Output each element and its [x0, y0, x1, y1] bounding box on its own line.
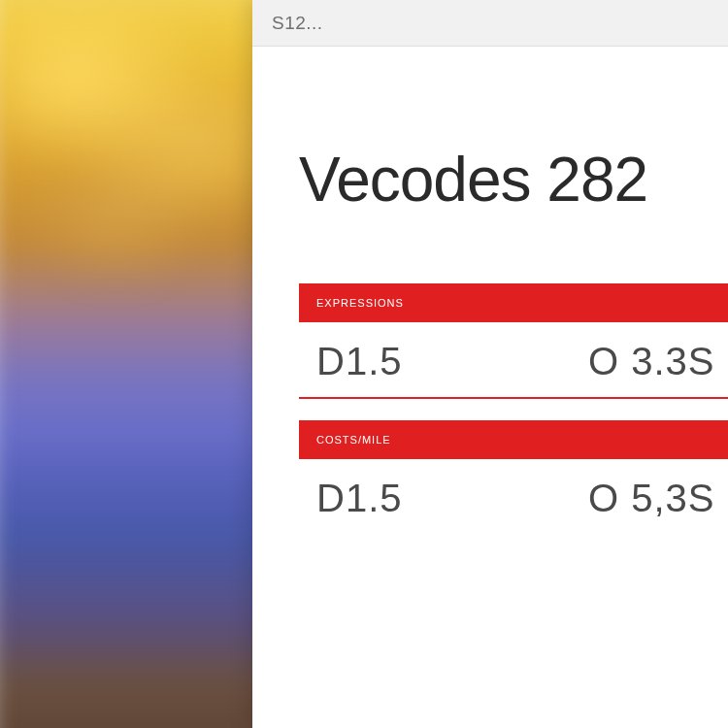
data-row-2[interactable]: D1.5 O 5,3S	[299, 459, 728, 534]
page-title: Vecodes 282	[299, 144, 728, 215]
section-header-2: COSTS/MILE	[299, 420, 728, 459]
section-header-2-label: COSTS/MILE	[316, 434, 391, 446]
section-header-1: EXPRESSIONS	[299, 283, 728, 322]
data-row-1-right: O 3.3S	[588, 340, 715, 383]
data-row-1-left: D1.5	[316, 340, 588, 383]
spacer	[299, 399, 728, 420]
data-row-1[interactable]: D1.5 O 3.3S	[299, 322, 728, 399]
data-row-2-left: D1.5	[316, 477, 588, 520]
app-window: S12... Vecodes 282 EXPRESSIONS D1.5 O 3.…	[252, 0, 728, 728]
window-title-bar[interactable]: S12...	[252, 0, 728, 47]
window-content: Vecodes 282 EXPRESSIONS D1.5 O 3.3S COST…	[252, 47, 728, 534]
wallpaper-cloud-layer	[0, 0, 272, 291]
section-header-1-label: EXPRESSIONS	[316, 297, 404, 309]
data-row-2-right: O 5,3S	[588, 477, 715, 520]
window-title-text: S12...	[272, 13, 323, 34]
